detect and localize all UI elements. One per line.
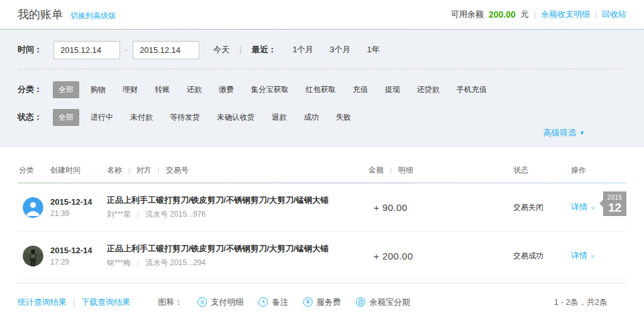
category-tab-transfer[interactable]: 转账 <box>149 81 175 98</box>
payment-detail-icon: ≡ <box>197 297 207 307</box>
category-tab-redpacket[interactable]: 红包获取 <box>300 81 341 98</box>
status-tab-unconfirmed-receipt[interactable]: 未确认收货 <box>211 109 260 126</box>
header-category: 分类 <box>18 165 50 176</box>
stats-result-link[interactable]: 统计查询结果 <box>18 297 67 308</box>
row-action-cell: 详情 ∨ <box>571 250 626 261</box>
download-result-link[interactable]: 下载查询结果 <box>81 297 130 308</box>
row-title: 正品上利手工锻打剪刀/铁皮剪刀/不锈钢剪刀/大剪刀/锰钢大锚 <box>107 195 351 206</box>
category-tab-loan-repay[interactable]: 还贷款 <box>411 81 445 98</box>
page-footer: 统计查询结果 | 下载查询结果 图释： ≡ 支付明细 备注 ¥ 服务费 @ 余额… <box>18 283 626 321</box>
legend-item-note: 备注 <box>258 297 288 308</box>
category-tab-withdraw[interactable]: 提现 <box>379 81 406 98</box>
legend-item-label: 备注 <box>272 297 288 308</box>
row-status-cell: 交易成功 <box>496 251 571 261</box>
header-detail: 明细 <box>398 165 413 176</box>
header-name: 名称 <box>107 165 122 176</box>
status-tab-success[interactable]: 成功 <box>298 109 325 126</box>
pagination-info: 1 - 2条，共2条 <box>554 297 608 308</box>
page-title: 我的账单 <box>18 7 63 22</box>
status-tab-failed[interactable]: 失败 <box>330 109 357 126</box>
row-amount: + 90.00 <box>369 202 408 213</box>
filter-panel: 时间： - 今天 | 最近： 1个月 3个月 1年 分类： 全部 购物 理财 转… <box>0 30 644 147</box>
divider-bar: | <box>240 45 242 54</box>
category-tab-mobile-topup[interactable]: 手机充值 <box>451 81 492 98</box>
header-left: 我的账单 切换到高级版 <box>18 7 116 22</box>
chevron-down-icon: ∨ <box>591 204 595 211</box>
my-bills-page: 我的账单 切换到高级版 可用余额 200.00 元 | 余额收支明细 | 回收站… <box>0 0 644 325</box>
detail-link[interactable]: 详情 ∨ <box>571 250 626 261</box>
header-party: 对方 <box>136 165 152 176</box>
category-tab-shopping[interactable]: 购物 <box>85 81 111 98</box>
status-text: 交易关闭 <box>513 203 543 212</box>
row-date: 2015-12-14 <box>50 246 107 255</box>
recent-label: 最近： <box>252 44 276 55</box>
category-filter-row: 分类： 全部 购物 理财 转账 还款 缴费 集分宝获取 红包获取 充值 提现 还… <box>18 76 626 103</box>
status-tab-all[interactable]: 全部 <box>53 109 79 126</box>
divider-bar: | <box>158 166 160 174</box>
advanced-filter[interactable]: 高级筛选 ▼ <box>543 127 585 139</box>
category-tab-wealth[interactable]: 理财 <box>117 81 143 98</box>
row-party: 刘***星 <box>107 209 131 220</box>
row-name-cell: 正品上利手工锻打剪刀/铁皮剪刀/不锈钢剪刀/大剪刀/锰钢大锚 刘***星 | 流… <box>107 195 351 220</box>
badge-month: 12 <box>603 202 626 214</box>
advanced-filter-link[interactable]: 高级筛选 <box>543 127 576 139</box>
status-tab-refund[interactable]: 退款 <box>266 109 292 126</box>
divider-bar: | <box>128 166 130 174</box>
page-header: 我的账单 切换到高级版 可用余额 200.00 元 | 余额收支明细 | 回收站 <box>0 0 644 29</box>
legend-item-payment-detail: ≡ 支付明细 <box>197 297 243 308</box>
recent-1year-link[interactable]: 1年 <box>367 44 380 55</box>
balance-value: 200.00 <box>489 9 516 20</box>
today-filter-link[interactable]: 今天 <box>213 44 230 55</box>
chevron-down-icon: ∨ <box>591 253 595 259</box>
legend-item-yeb-installment: @ 余额宝分期 <box>356 297 410 308</box>
detail-link-label: 详情 <box>571 250 587 261</box>
legend-item-label: 余额宝分期 <box>369 297 410 308</box>
recycle-bin-link[interactable]: 回收站 <box>602 9 626 20</box>
balance-detail-link[interactable]: 余额收支明细 <box>541 9 590 20</box>
divider-bar: | <box>73 298 75 307</box>
table-row: 2015-12-14 17:29 正品上利手工锻打剪刀/铁皮剪刀/不锈钢剪刀/大… <box>18 232 626 280</box>
status-filter-row: 状态： 全部 进行中 未付款 等待发货 未确认收货 退款 成功 失败 <box>18 103 626 131</box>
category-tab-bills[interactable]: 缴费 <box>213 81 240 98</box>
row-subtitle: 铭***梅 | 流水号 2015...294 <box>107 258 351 268</box>
row-category-cell <box>18 246 50 266</box>
status-filter-label: 状态： <box>18 111 42 123</box>
category-tab-topup[interactable]: 充值 <box>347 81 374 98</box>
time-filter-row: 时间： - 今天 | 最近： 1个月 3个月 1年 <box>18 35 626 65</box>
category-tab-repay[interactable]: 还款 <box>181 81 208 98</box>
legend-label: 图释： <box>158 297 182 308</box>
category-filter-label: 分类： <box>18 84 42 95</box>
divider-bar: | <box>137 211 139 219</box>
status-tab-ongoing[interactable]: 进行中 <box>85 109 119 126</box>
balance-label: 可用余额 <box>451 9 484 20</box>
legend-item-label: 支付明细 <box>211 297 243 308</box>
recent-3months-link[interactable]: 3个月 <box>330 44 350 55</box>
divider-bar: | <box>534 10 536 19</box>
row-category-cell <box>18 197 50 218</box>
row-amount-cell: + 200.00 <box>351 251 496 261</box>
switch-advanced-link[interactable]: 切换到高级版 <box>70 11 116 21</box>
bills-table: 分类 创建时间 名称 | 对方 | 交易号 金额 | 明细 状态 操作 <box>0 157 644 280</box>
status-tab-awaiting-shipment[interactable]: 等待发货 <box>164 109 206 126</box>
header-amount-group: 金额 | 明细 <box>351 165 496 176</box>
table-row: 2015-12-14 21:39 正品上利手工锻打剪刀/铁皮剪刀/不锈钢剪刀/大… <box>18 183 626 232</box>
row-subtitle: 刘***星 | 流水号 2015...976 <box>107 209 351 220</box>
recent-1month-link[interactable]: 1个月 <box>292 44 313 55</box>
status-tab-unpaid[interactable]: 未付款 <box>125 109 158 126</box>
service-fee-icon: ¥ <box>303 297 313 307</box>
row-created-cell: 2015-12-14 17:29 <box>50 246 107 266</box>
divider-bar: | <box>137 259 139 267</box>
category-tab-all[interactable]: 全部 <box>53 81 79 98</box>
yeb-installment-icon: @ <box>356 297 365 307</box>
divider-bar: | <box>390 166 392 174</box>
row-status-cell: 交易关闭 <box>496 202 571 213</box>
person-avatar-icon <box>23 197 43 218</box>
row-time: 17:29 <box>50 258 107 266</box>
row-serial: 流水号 2015...294 <box>145 258 206 268</box>
date-to-input[interactable] <box>133 41 199 59</box>
month-badge: 2015 12 <box>603 191 626 216</box>
row-title: 正品上利手工锻打剪刀/铁皮剪刀/不锈钢剪刀/大剪刀/锰钢大锚 <box>107 243 351 254</box>
category-tab-jifenbao[interactable]: 集分宝获取 <box>245 81 294 98</box>
date-from-input[interactable] <box>53 41 120 59</box>
header-amount: 金额 <box>369 165 384 176</box>
